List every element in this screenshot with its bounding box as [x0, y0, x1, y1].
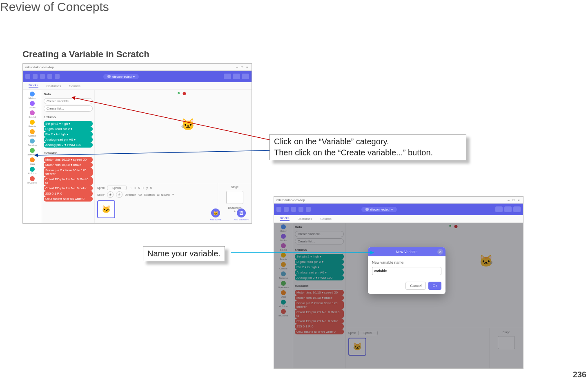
minimize-icon[interactable]: – [235, 65, 239, 69]
page-title: Review of Concepts [0, 0, 109, 14]
toolbar-right-group [495, 206, 521, 212]
tab-costumes[interactable]: Costumes [298, 217, 312, 221]
chevron-down-icon: ▾ [391, 208, 393, 211]
code-block[interactable]: Motor pins 16,10 ▾ speed 20 [44, 157, 93, 162]
connection-dot-icon [107, 75, 111, 78]
screenshot-new-variable-dialog: microduino-desktop – □ × disconnected ▾ [274, 196, 523, 369]
blocks-palette: Data Create variable... Create list... a… [42, 90, 95, 224]
maximize-icon[interactable]: □ [240, 65, 244, 69]
minimize-icon[interactable]: – [507, 198, 511, 202]
code-block[interactable]: ColorLED pin 2 ▾ No. 0 color [44, 186, 93, 191]
mode-button[interactable] [242, 74, 249, 79]
connection-pill[interactable]: disconnected ▾ [361, 207, 397, 212]
app-toolbar: disconnected ▾ [23, 71, 252, 82]
add-sprite-button[interactable]: 🐱 [211, 208, 220, 217]
toolbar-right-group [224, 74, 249, 79]
screenshot-scratch-palette: microduino-desktop – □ × disconnected ▾ [22, 63, 252, 224]
stage-thumbnail[interactable] [226, 191, 243, 204]
category-arduino[interactable]: Arduino [28, 167, 37, 175]
mode-button[interactable] [233, 74, 240, 79]
tab-sounds[interactable]: Sounds [69, 84, 80, 88]
toolbar-icon[interactable] [40, 74, 45, 79]
toolbar-icon[interactable] [298, 207, 303, 212]
tab-sounds[interactable]: Sounds [321, 217, 332, 221]
category-mcookie[interactable]: mCookie [27, 176, 37, 184]
toolbar-icon[interactable] [276, 207, 281, 212]
callout-line1: Click on the “Variable” category. [274, 137, 389, 146]
toolbar-icon[interactable] [284, 207, 289, 212]
variable-name-input[interactable] [372, 267, 441, 275]
sprite-y-value: 0 [150, 186, 152, 189]
connection-pill[interactable]: disconnected ▾ [103, 74, 139, 79]
category-sensing[interactable]: Sensing [28, 139, 37, 146]
category-operators[interactable]: Operators [27, 148, 38, 156]
mode-button[interactable] [513, 206, 521, 212]
maximize-icon[interactable]: □ [512, 198, 516, 202]
category-label: Looks [29, 106, 36, 109]
toolbar-icon[interactable] [55, 74, 60, 79]
cancel-button[interactable]: Cancel [405, 282, 426, 290]
code-block[interactable]: Servo pin 2 ▾ from 90 to 170 steerer [44, 168, 93, 177]
category-data[interactable]: Data [30, 157, 35, 165]
stop-icon[interactable]: ⬤ [183, 92, 186, 95]
dialog-header: New Variable ✕ [368, 247, 445, 256]
category-label: Motion [29, 97, 36, 99]
mode-button[interactable] [495, 206, 503, 212]
create-list-button[interactable]: Create list... [44, 105, 93, 112]
category-control[interactable]: Control [28, 129, 36, 137]
dialog-close-icon[interactable]: ✕ [437, 249, 443, 255]
group-arduino-label: arduino [44, 115, 93, 119]
toolbar-icon[interactable] [291, 207, 296, 212]
code-block[interactable]: ColorLED pin 2 ▾ No. 0 Red 0 to [44, 177, 93, 186]
modal-overlay [274, 223, 523, 369]
close-icon[interactable]: × [517, 198, 521, 202]
add-backdrop-button[interactable]: 🖼 [237, 208, 246, 217]
window-controls: – □ × [235, 65, 249, 69]
code-block[interactable]: Analog pin 2 ▾ PWM 100 [44, 142, 93, 148]
rotation-value: all around [157, 193, 170, 196]
code-block[interactable]: Set pin 2 ▾ high ▾ [44, 121, 93, 126]
close-icon[interactable]: × [245, 65, 249, 69]
code-block[interactable]: 255 0 1 R 0 [44, 191, 93, 196]
category-dot-icon [30, 139, 35, 143]
window-titlebar: microduino-desktop – □ × [274, 197, 523, 204]
category-label: Arduino [28, 172, 37, 175]
script-canvas[interactable]: ⚑ ⬤ 🐱 [95, 90, 252, 183]
tab-costumes[interactable]: Costumes [47, 84, 61, 88]
chevron-down-icon[interactable]: ▾ [172, 193, 174, 196]
code-block[interactable]: Analog read pin A0 ▾ [44, 137, 93, 142]
sprite-y-label: y [146, 186, 148, 189]
green-flag-icon[interactable]: ⚑ [177, 92, 180, 95]
callout-variable-category: Click on the “Variable” category. Then c… [270, 134, 466, 160]
category-label: Operators [27, 153, 38, 156]
toolbar-icon[interactable] [33, 74, 38, 79]
show-off-icon[interactable]: ⊘ [116, 191, 122, 198]
tab-blocks[interactable]: Blocks [280, 216, 290, 221]
mode-button[interactable] [504, 206, 512, 212]
code-block[interactable]: OxO matrix addr 64 write 0 [44, 196, 93, 202]
category-motion[interactable]: Motion [29, 92, 36, 99]
category-dot-icon [30, 120, 35, 125]
tab-blocks[interactable]: Blocks [29, 83, 38, 88]
add-sprite-label: Add Sprite [210, 218, 221, 221]
toolbar-icon[interactable] [47, 74, 52, 79]
sprite-cat-icon: 🐱 [181, 118, 195, 131]
toolbar-icon[interactable] [306, 207, 311, 212]
ok-button[interactable]: Ok [428, 282, 441, 290]
group-mcookie-label: mCookie [44, 151, 93, 155]
toolbar-icon[interactable] [25, 74, 30, 79]
code-block[interactable]: Pin 2 ▾ is high ▾ [44, 132, 93, 137]
code-block[interactable]: Digital read pin 2 ▾ [44, 126, 93, 132]
category-events[interactable]: Events [29, 120, 36, 128]
show-on-icon[interactable]: ◉ [107, 191, 114, 198]
code-block[interactable]: Motor pins 16,10 ▾ brake [44, 162, 93, 168]
mode-button[interactable] [224, 74, 231, 79]
category-looks[interactable]: Looks [29, 101, 36, 109]
create-variable-button[interactable]: Create variable... [44, 98, 93, 104]
callout-line2: Then click on the “Create variable...” b… [274, 148, 433, 157]
category-dot-icon [30, 148, 35, 153]
category-dot-icon [30, 92, 35, 96]
category-sound[interactable]: Sound [29, 110, 36, 118]
sprite-thumbnail[interactable]: 🐱 [97, 200, 115, 218]
sprite-name-field[interactable]: Sprite1 [107, 186, 127, 190]
